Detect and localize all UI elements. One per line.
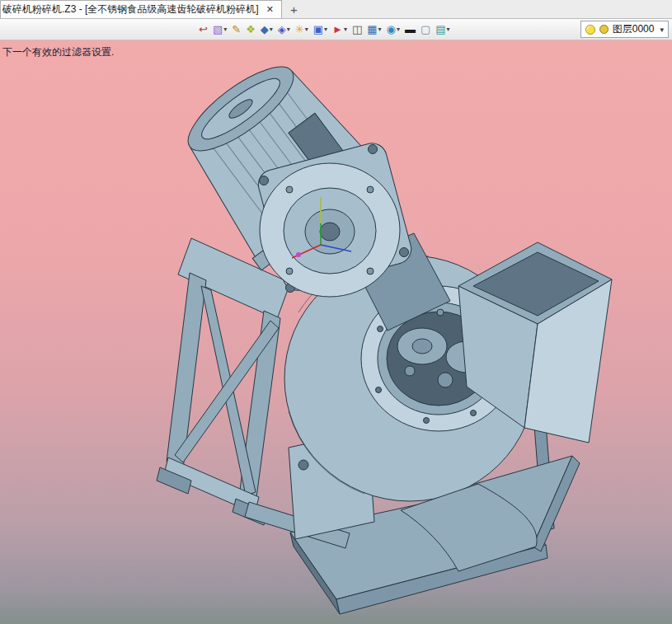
layer-stack-icon[interactable]: ▤ bbox=[433, 21, 452, 38]
section-view-icon[interactable]: ◫ bbox=[350, 21, 364, 38]
flange-bolt-2 bbox=[369, 145, 378, 154]
render-mode-icon[interactable]: ◈ bbox=[275, 21, 293, 38]
internal-gear-1-hub bbox=[412, 339, 432, 354]
flange-bolt-1 bbox=[260, 176, 269, 185]
flange-bolt-3 bbox=[400, 248, 409, 257]
appearance-flower-icon[interactable]: ✳ bbox=[293, 21, 311, 38]
ring-bolt-4 bbox=[367, 186, 374, 193]
rim-bolt-4 bbox=[376, 387, 382, 393]
layer-visibility-bulb-icon[interactable] bbox=[585, 25, 595, 35]
line-width-icon[interactable]: ▬ bbox=[402, 21, 418, 38]
layer-color-swatch[interactable] bbox=[599, 25, 609, 34]
face-color-icon[interactable]: ▧ bbox=[210, 21, 229, 38]
flange-hub bbox=[320, 223, 340, 241]
internal-part-2 bbox=[405, 366, 415, 376]
crusher-3d-model[interactable] bbox=[0, 40, 672, 624]
document-tab-title: 破碎机粉碎机.Z3 - [全不锈钢食品级高速齿轮破碎机粉碎机] bbox=[2, 2, 259, 16]
environment-globe-icon[interactable]: ◉ bbox=[384, 21, 402, 38]
paint-brush-icon[interactable]: ✎ bbox=[229, 21, 243, 38]
document-tab[interactable]: 破碎机粉碎机.Z3 - [全不锈钢食品级高速齿轮破碎机粉碎机] ✕ bbox=[0, 0, 282, 18]
cad-application-window: 破碎机粉碎机.Z3 - [全不锈钢食品级高速齿轮破碎机粉碎机] ✕ + ↩ ▧ … bbox=[0, 0, 672, 624]
visualization-toolbar: ↩ ▧ ✎ ❖ ◆ ◈ ✳ ▣ ► ◫ ▦ ◉ ▬ ▢ ▤ 图层0000 ▾ bbox=[0, 19, 672, 40]
document-tab-bar: 破碎机粉碎机.Z3 - [全不锈钢食品级高速齿轮破碎机粉碎机] ✕ + bbox=[0, 0, 672, 19]
internal-part-1 bbox=[438, 373, 453, 387]
ring-bolt-1 bbox=[367, 268, 374, 274]
tab-close-icon[interactable]: ✕ bbox=[265, 4, 275, 15]
move-arrow-icon[interactable]: ► bbox=[330, 21, 350, 38]
housing-top-bolt-2 bbox=[437, 309, 444, 316]
ring-bolt-2 bbox=[286, 268, 293, 274]
layer-name-label: 图层0000 bbox=[613, 22, 655, 36]
texture-square-icon[interactable]: ▣ bbox=[311, 21, 330, 38]
background-color-icon[interactable]: ▢ bbox=[418, 21, 433, 38]
rim-bolt-3 bbox=[424, 418, 430, 424]
layer-selector[interactable]: 图层0000 ▾ bbox=[580, 21, 669, 38]
exit-icon[interactable]: ↩ bbox=[196, 21, 210, 38]
layer-menu-arrow-icon[interactable]: ▾ bbox=[660, 26, 664, 34]
grid-table-icon[interactable]: ▦ bbox=[364, 21, 383, 38]
new-tab-button[interactable]: + bbox=[282, 1, 306, 18]
3d-viewport[interactable]: 下一个有效的过滤器设置. bbox=[0, 40, 672, 624]
shade-cube-icon[interactable]: ❖ bbox=[243, 21, 258, 38]
rim-bolt-2 bbox=[471, 411, 477, 416]
display-cube-icon[interactable]: ◆ bbox=[258, 21, 275, 38]
bracket-bolt-1 bbox=[298, 460, 308, 470]
rim-bolt-5 bbox=[378, 326, 383, 332]
status-prompt: 下一个有效的过滤器设置. bbox=[2, 45, 114, 59]
triad-origin-point bbox=[296, 252, 301, 257]
ring-bolt-3 bbox=[286, 186, 293, 193]
